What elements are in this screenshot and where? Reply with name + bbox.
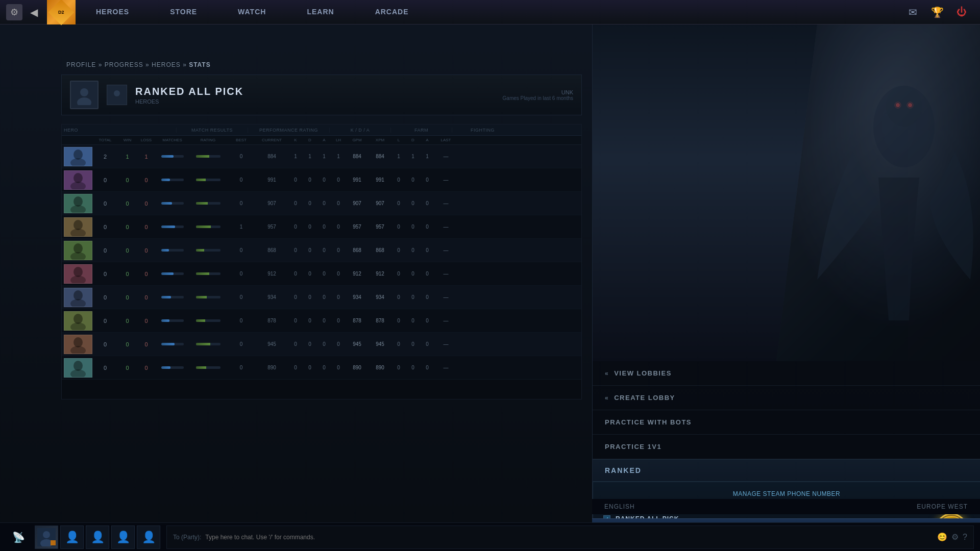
svg-point-37 (886, 86, 922, 127)
party-slot-1[interactable] (35, 525, 58, 549)
profile-avatar-small (107, 85, 127, 105)
td-rating (189, 343, 227, 345)
td-loss: 0 (137, 271, 156, 277)
td-current: 890 (255, 365, 288, 370)
td-current: 884 (255, 154, 288, 159)
practice-1v1-button[interactable]: PRACTICE 1v1 (593, 435, 980, 459)
voice-chat-icon[interactable]: 📡 (8, 527, 29, 547)
svg-point-39 (908, 103, 912, 107)
breadcrumb-profile[interactable]: PROFILE (66, 61, 96, 68)
td-loss: 0 (137, 224, 156, 230)
td-f-l: 1 (391, 154, 406, 159)
party-slot-3[interactable]: 👤 (86, 525, 109, 549)
svg-rect-47 (51, 540, 56, 545)
td-lh: 0 (331, 365, 346, 370)
td-matches (156, 249, 189, 252)
nav-learn[interactable]: LEARN (286, 0, 354, 24)
chat-input-area: To (Party): 😊 ⚙ ? (166, 525, 974, 549)
td-f-l: 0 (391, 201, 406, 206)
practice-bots-button[interactable]: PRACTICE WITH BOTS (593, 410, 980, 435)
td-lh: 0 (331, 318, 346, 323)
td-d: 0 (303, 271, 317, 277)
td-xpm: 884 (369, 154, 391, 159)
td-f-a: 1 (420, 154, 434, 159)
td-a: 0 (317, 341, 331, 347)
subh-loss: LOSS (137, 138, 156, 142)
subh-gpm: GPM (346, 138, 369, 142)
td-current: 957 (255, 224, 288, 230)
manage-phone-link[interactable]: MANAGE STEAM PHONE NUMBER (603, 490, 970, 497)
td-f-d: 0 (406, 201, 420, 206)
td-f-d: 0 (406, 271, 420, 277)
td-loss: 0 (137, 341, 156, 347)
language-region-bar: ENGLISH EUROPE WEST (592, 499, 980, 514)
td-win: 0 (118, 318, 137, 324)
breadcrumb-progress[interactable]: PROGRESS (105, 61, 143, 68)
td-current: 912 (255, 271, 288, 277)
td-k: 0 (288, 341, 303, 347)
td-k: 0 (288, 224, 303, 230)
nav-watch[interactable]: WATCH (217, 0, 286, 24)
td-a: 0 (317, 365, 331, 370)
chat-help-icon[interactable]: ? (963, 533, 967, 542)
emoji-button[interactable]: 😊 (937, 532, 947, 542)
nav-store[interactable]: STORE (150, 0, 217, 24)
td-matches (156, 179, 189, 181)
party-slots-container: 👤 👤 👤 👤 (35, 525, 160, 549)
subh-xpm: XPM (369, 138, 391, 142)
td-total: 0 (92, 177, 118, 183)
td-f-d: 0 (406, 224, 420, 230)
td-gpm: 884 (346, 154, 369, 159)
chat-input[interactable] (205, 534, 933, 541)
language-label[interactable]: ENGLISH (604, 503, 635, 510)
td-xpm: 991 (369, 177, 391, 183)
td-last: — (434, 318, 457, 323)
td-xpm: 912 (369, 271, 391, 277)
table-row: 0 0 0 0 907 0 0 0 0 907 907 0 0 0 (62, 192, 581, 215)
td-f-d: 0 (406, 294, 420, 300)
td-current: 878 (255, 318, 288, 323)
settings-button[interactable]: ⚙ (6, 4, 22, 20)
subh-a2: A (420, 138, 434, 142)
td-rating (189, 272, 227, 275)
profile-header: RANKED ALL PICK HEROES UNK Games Played … (61, 74, 582, 115)
back-button[interactable]: ◀ (27, 5, 41, 19)
nav-arcade[interactable]: ARCADE (355, 0, 429, 24)
td-last: — (434, 201, 457, 206)
mail-icon[interactable]: ✉ (904, 4, 921, 20)
td-win: 1 (118, 154, 137, 160)
td-xpm: 934 (369, 294, 391, 300)
td-a: 0 (317, 224, 331, 230)
td-gpm: 868 (346, 247, 369, 253)
power-icon[interactable]: ⏻ (953, 4, 970, 20)
td-k: 0 (288, 201, 303, 206)
td-loss: 1 (137, 154, 156, 160)
subh-d2: D (406, 138, 420, 142)
col-header-match-results: MATCH RESULTS (176, 128, 248, 133)
hero-thumbnail (64, 170, 92, 190)
bottom-bar: 📡 👤 👤 👤 👤 To (Party): 😊 ⚙ ? (0, 522, 980, 551)
td-lh: 0 (331, 341, 346, 347)
breadcrumb-heroes[interactable]: HEROES (152, 61, 181, 68)
party-slot-2[interactable]: 👤 (60, 525, 84, 549)
party-slot-5[interactable]: 👤 (137, 525, 160, 549)
region-label[interactable]: EUROPE WEST (917, 503, 968, 510)
hero-thumbnail (64, 311, 92, 331)
td-d: 0 (303, 177, 317, 183)
friends-icon[interactable]: 🏆 (929, 4, 945, 20)
td-k: 0 (288, 271, 303, 277)
td-current: 907 (255, 201, 288, 206)
view-lobbies-button[interactable]: « VIEW LOBBIES (593, 361, 980, 386)
nav-heroes[interactable]: HEROES (76, 0, 150, 24)
td-f-l: 0 (391, 294, 406, 300)
chat-settings-icon[interactable]: ⚙ (951, 532, 959, 542)
td-d: 0 (303, 294, 317, 300)
subh-a: A (317, 138, 331, 142)
hero-thumbnail (64, 147, 92, 166)
td-gpm: 890 (346, 365, 369, 370)
td-k: 0 (288, 365, 303, 370)
party-slot-4[interactable]: 👤 (111, 525, 135, 549)
td-total: 0 (92, 341, 118, 347)
td-f-a: 0 (420, 271, 434, 277)
create-lobby-button[interactable]: « CREATE LOBBY (593, 386, 980, 410)
